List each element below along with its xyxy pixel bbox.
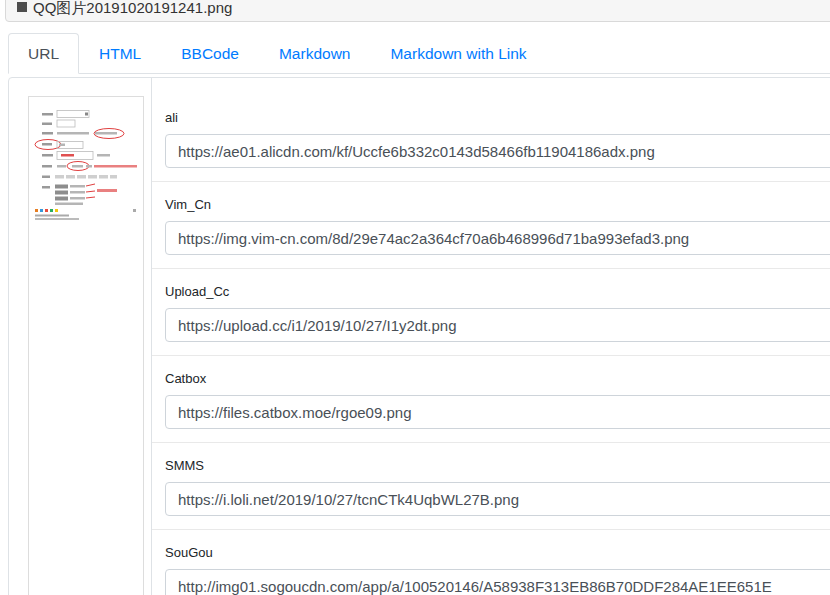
thumbnail-sketch (33, 102, 139, 220)
url-input-smms[interactable] (165, 482, 830, 516)
field-group-smms: SMMS (152, 443, 830, 529)
url-input-catbox[interactable] (165, 395, 830, 429)
field-label-vim-cn: Vim_Cn (165, 198, 830, 212)
field-group-sougou: SouGou (152, 530, 830, 595)
uploaded-file-bar[interactable]: QQ图片20191020191241.png (5, 0, 830, 22)
url-input-sougou[interactable] (165, 569, 830, 595)
url-input-vim-cn[interactable] (165, 221, 830, 255)
url-fields: ali Vim_Cn Upload_Cc Catbox SMMS (152, 78, 830, 595)
url-input-upload-cc[interactable] (165, 308, 830, 342)
field-group-ali: ali (152, 95, 830, 181)
field-label-upload-cc: Upload_Cc (165, 285, 830, 299)
tab-markdown-with-link[interactable]: Markdown with Link (370, 33, 546, 73)
tab-markdown[interactable]: Markdown (259, 33, 371, 73)
field-group-vim-cn: Vim_Cn (152, 182, 830, 268)
tab-bbcode[interactable]: BBCode (161, 33, 259, 73)
page: QQ图片20191020191241.png URL HTML BBCode M… (0, 0, 830, 595)
thumbnail-column (9, 78, 152, 595)
field-group-upload-cc: Upload_Cc (152, 269, 830, 355)
uploaded-image-thumbnail[interactable] (28, 96, 144, 595)
field-label-ali: ali (165, 111, 830, 125)
url-tab-panel: ali Vim_Cn Upload_Cc Catbox SMMS (8, 77, 830, 595)
field-group-catbox: Catbox (152, 356, 830, 442)
url-input-ali[interactable] (165, 134, 830, 168)
image-file-icon (17, 2, 27, 12)
field-label-smms: SMMS (165, 459, 830, 473)
uploaded-file-name: QQ图片20191020191241.png (33, 0, 232, 15)
format-tabs: URL HTML BBCode Markdown Markdown with L… (8, 33, 830, 74)
tab-html[interactable]: HTML (79, 33, 161, 73)
field-label-catbox: Catbox (165, 372, 830, 386)
tab-url[interactable]: URL (8, 33, 79, 74)
field-label-sougou: SouGou (165, 546, 830, 560)
